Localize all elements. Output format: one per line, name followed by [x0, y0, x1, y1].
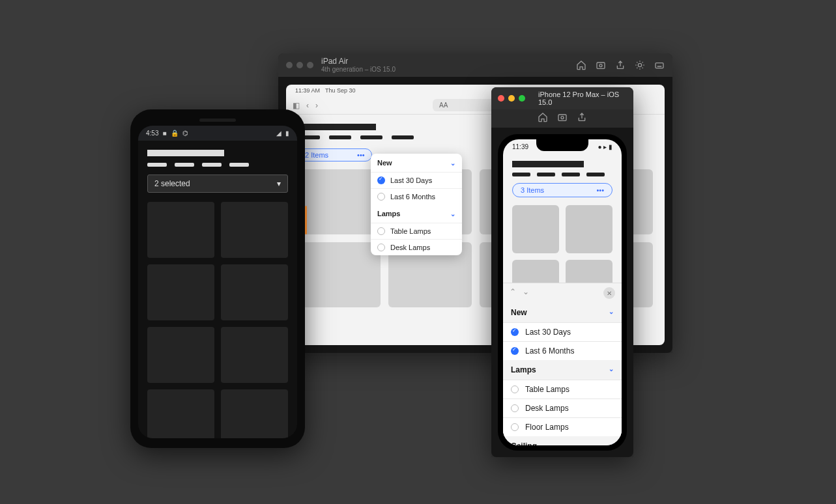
sheet-option-label: Table Lamps [525, 385, 569, 394]
sheet-option[interactable]: Last 30 Days [503, 322, 622, 341]
popover-option[interactable]: Last 30 Days [371, 172, 462, 188]
breadcrumb-skeleton [147, 163, 288, 167]
sheet-option-label: Desk Lamps [525, 404, 569, 413]
battery-icon: ▮ [285, 130, 289, 137]
sheet-section-title: Lamps [511, 365, 536, 374]
share-icon[interactable] [615, 60, 626, 70]
back-icon[interactable]: ‹ [306, 101, 309, 110]
zoom-dot[interactable] [307, 62, 313, 68]
product-tile[interactable] [298, 169, 381, 234]
sim-subtitle: 4th generation – iOS 15.0 [321, 66, 576, 73]
filter-bottom-sheet: ⌃ ⌄ ✕ New ⌄ Last 30 Days [503, 283, 622, 445]
minimize-dot[interactable] [296, 62, 303, 68]
filter-pill-label: 2 Items [305, 151, 328, 159]
minimize-dot[interactable] [508, 95, 515, 102]
product-tile[interactable] [221, 264, 288, 320]
dropdown-icon: ▾ [277, 179, 281, 188]
filter-pill[interactable]: 3 Items ••• [512, 183, 613, 197]
sheet-section-header[interactable]: Ceiling › [503, 436, 622, 445]
radio-icon [511, 423, 519, 431]
android-status-bar: 4:53 ■ 🔒 ⌬ ◢ ▮ [138, 126, 297, 141]
chevron-down-icon: ⌄ [450, 160, 455, 167]
lock-icon: 🔒 [171, 130, 179, 137]
android-pixel-device: 4:53 ■ 🔒 ⌬ ◢ ▮ 2 selected ▾ [130, 109, 305, 448]
product-tile[interactable] [221, 327, 288, 383]
page-title-skeleton [298, 124, 376, 130]
sheet-next-icon[interactable]: ⌄ [523, 287, 529, 299]
sidebar-icon[interactable]: ◧ [293, 101, 300, 110]
product-tile[interactable] [566, 205, 613, 253]
product-tile[interactable] [221, 202, 288, 258]
chevron-down-icon: ⌄ [609, 365, 614, 374]
keyboard-icon[interactable] [654, 60, 665, 70]
radio-checked-icon [377, 176, 385, 184]
home-icon[interactable] [538, 112, 548, 122]
product-tile[interactable] [221, 389, 288, 438]
radio-checked-icon [511, 347, 519, 355]
breadcrumb-skeleton [512, 173, 613, 176]
product-tile[interactable] [147, 389, 214, 438]
sheet-option-label: Last 6 Months [525, 346, 574, 356]
text-size-label[interactable]: AA [439, 102, 448, 109]
iphone-notch [536, 139, 588, 151]
sim-title: iPad Air [321, 57, 576, 66]
sheet-option-label: Floor Lamps [525, 423, 569, 432]
svg-rect-3 [656, 63, 663, 68]
product-tile[interactable] [512, 205, 559, 253]
filter-pill-label: 3 Items [521, 186, 544, 194]
popover-option-label: Desk Lamps [390, 244, 430, 251]
sheet-section-header[interactable]: Lamps ⌄ [503, 360, 622, 380]
close-icon[interactable]: ✕ [603, 287, 615, 299]
svg-point-1 [599, 64, 602, 67]
popover-section-title: Lamps [377, 210, 400, 217]
popover-option-label: Last 6 Months [390, 193, 435, 201]
close-dot[interactable] [286, 62, 293, 68]
page-title-skeleton [512, 161, 584, 167]
sheet-section-title: Ceiling [511, 441, 537, 445]
svg-rect-0 [597, 63, 605, 68]
sheet-option-label: Last 30 Days [525, 328, 571, 337]
popover-section-header[interactable]: Lamps ⌄ [371, 204, 462, 223]
chevron-down-icon: ⌄ [450, 210, 455, 217]
close-dot[interactable] [498, 95, 504, 102]
screenshot-icon[interactable] [557, 112, 568, 122]
zoom-dot[interactable] [519, 95, 525, 102]
product-tile[interactable] [147, 327, 214, 383]
svg-rect-4 [558, 115, 566, 120]
sheet-option[interactable]: Last 6 Months [503, 341, 622, 360]
popover-section-header[interactable]: New ⌄ [371, 154, 462, 172]
product-tile[interactable] [147, 202, 214, 258]
filter-popover: New ⌄ Last 30 Days Last 6 Months Lam [371, 154, 462, 255]
sheet-option[interactable]: Floor Lamps [503, 417, 622, 436]
filter-select[interactable]: 2 selected ▾ [147, 175, 288, 193]
iphone-sim-titlebar: iPhone 12 Pro Max – iOS 15.0 [491, 87, 633, 109]
filter-pill[interactable]: 2 Items ••• [298, 148, 372, 161]
popover-option[interactable]: Desk Lamps [371, 239, 462, 255]
radio-icon [511, 385, 519, 393]
ipad-sim-titlebar: iPad Air 4th generation – iOS 15.0 [278, 53, 672, 77]
popover-section-title: New [377, 159, 392, 167]
home-icon[interactable] [576, 60, 586, 70]
filter-select-label: 2 selected [154, 179, 190, 188]
debug-icon: ⌬ [182, 130, 188, 137]
svg-point-2 [638, 63, 641, 66]
screenshot-icon[interactable] [596, 60, 606, 70]
forward-icon[interactable]: › [315, 101, 318, 110]
share-icon[interactable] [577, 112, 587, 122]
chevron-down-icon: ⌄ [609, 308, 614, 317]
popover-option-label: Last 30 Days [390, 176, 432, 184]
pixel-screen: 4:53 ■ 🔒 ⌬ ◢ ▮ 2 selected ▾ [138, 126, 297, 438]
sheet-prev-icon[interactable]: ⌃ [510, 287, 516, 299]
product-tile[interactable] [147, 264, 214, 320]
radio-icon [377, 227, 385, 235]
sheet-section-title: New [511, 308, 527, 317]
sheet-option[interactable]: Table Lamps [503, 380, 622, 399]
appearance-icon[interactable] [635, 60, 645, 70]
sheet-option[interactable]: Desk Lamps [503, 399, 622, 417]
popover-option[interactable]: Last 6 Months [371, 188, 462, 204]
product-tile[interactable] [298, 242, 381, 307]
page-title-skeleton [147, 150, 224, 156]
sheet-section-header[interactable]: New ⌄ [503, 303, 622, 322]
status-date: Thu Sep 30 [325, 87, 356, 94]
popover-option[interactable]: Table Lamps [371, 223, 462, 239]
